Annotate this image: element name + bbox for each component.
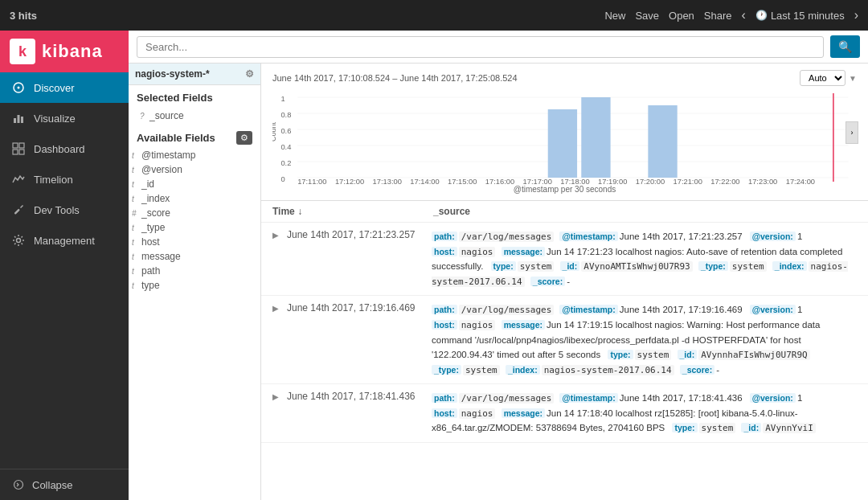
available-field-@version[interactable]: t@version [129, 162, 260, 177]
logo-area: k kibana [0, 31, 129, 72]
sidebar-item-discover[interactable]: Discover [0, 72, 129, 103]
col-source-header: _source [433, 206, 857, 217]
row-time: June 14th 2017, 17:19:16.469 [287, 302, 424, 314]
share-button[interactable]: Share [704, 10, 732, 22]
dashboard-label: Dashboard [34, 143, 85, 155]
index-pattern-name: nagios-system-* [135, 68, 210, 80]
chart-canvas: 0 0.2 0.4 0.6 0.8 1 Count [272, 89, 857, 194]
timestamp-label: @timestamp: [559, 393, 617, 403]
main-results-panel: June 14th 2017, 17:10:08.524 – June 14th… [261, 64, 868, 500]
field-name-label: path [141, 265, 160, 277]
field-type-badge: t [132, 166, 138, 174]
timelion-icon [11, 172, 26, 186]
chart-controls: Auto ▼ [800, 70, 857, 86]
histogram-chart: 0 0.2 0.4 0.6 0.8 1 Count [272, 89, 857, 186]
search-input[interactable] [137, 36, 824, 58]
new-button[interactable]: New [604, 10, 625, 22]
field-type-badge: t [132, 281, 138, 290]
row-expand-button[interactable]: ▶ [272, 392, 279, 401]
score-value: - [716, 365, 719, 375]
available-field-_type[interactable]: t_type [129, 220, 260, 235]
kibana-k: k [18, 43, 27, 60]
type2-label: _type: [432, 365, 461, 375]
table-row: ▶ June 14th 2017, 17:18:41.436 path:/var… [261, 384, 868, 443]
table-row: ▶ June 14th 2017, 17:19:16.469 path:/var… [261, 296, 868, 384]
time-prev-button[interactable]: ‹ [742, 8, 746, 23]
field-name-label: _score [141, 207, 170, 219]
sidebar-item-devtools[interactable]: Dev Tools [0, 195, 129, 225]
chart-expand-button[interactable]: › [845, 121, 858, 144]
available-field-_index[interactable]: t_index [129, 191, 260, 206]
field-name-label: host [141, 236, 160, 248]
time-range-label: Last 15 minutes [771, 10, 845, 22]
sidebar: k kibana Discover Visualize D [0, 31, 129, 500]
field-name-label: @timestamp [141, 150, 196, 161]
sidebar-item-management[interactable]: Management [0, 225, 129, 256]
interval-select[interactable]: Auto [800, 70, 845, 86]
available-field-type[interactable]: ttype [129, 278, 260, 293]
available-field-_id[interactable]: t_id [129, 177, 260, 191]
type-label: type: [491, 261, 516, 271]
message-label: message: [502, 247, 545, 256]
version-value: 1 [797, 393, 802, 403]
fields-panel: nagios-system-* ⚙ Selected Fields ? _sou… [129, 64, 261, 500]
selected-fields-title: Selected Fields [137, 92, 252, 104]
nav-spacer [0, 256, 129, 469]
available-fields-header: Available Fields ⚙ [129, 126, 260, 148]
collapse-button[interactable]: Collapse [0, 469, 129, 500]
field-name-label: type [141, 280, 160, 291]
index-settings-icon[interactable]: ⚙ [245, 68, 254, 80]
index-label: _index: [772, 261, 807, 271]
available-field-message[interactable]: tmessage [129, 249, 260, 264]
type-value: system [635, 350, 672, 360]
chart-header: June 14th 2017, 17:10:08.524 – June 14th… [272, 70, 857, 86]
svg-text:17:14:00: 17:14:00 [410, 178, 439, 186]
svg-text:17:23:00: 17:23:00 [748, 178, 777, 186]
svg-point-10 [17, 239, 21, 243]
field-name-label: _type [141, 222, 165, 233]
svg-rect-9 [14, 208, 19, 214]
svg-text:17:20:00: 17:20:00 [636, 178, 665, 186]
available-fields-settings-button[interactable]: ⚙ [236, 131, 252, 145]
save-button[interactable]: Save [635, 10, 659, 22]
sidebar-item-visualize[interactable]: Visualize [0, 103, 129, 133]
time-next-button[interactable]: › [854, 8, 858, 23]
sidebar-item-timelion[interactable]: Timelion [0, 164, 129, 195]
path-value: /var/log/messages [459, 305, 555, 315]
field-type-badge: t [132, 238, 138, 247]
row-expand-button[interactable]: ▶ [272, 304, 279, 313]
version-label: @version: [750, 232, 796, 241]
col-time-header[interactable]: Time ↓ [272, 206, 417, 217]
open-button[interactable]: Open [669, 10, 694, 22]
svg-text:0: 0 [280, 175, 285, 183]
row-expand-button[interactable]: ▶ [272, 231, 279, 240]
type-value: system [518, 261, 555, 272]
svg-rect-5 [13, 143, 18, 148]
version-value: 1 [797, 232, 802, 241]
search-bar: 🔍 [129, 31, 868, 64]
type2-value: system [463, 365, 500, 375]
svg-rect-6 [19, 143, 24, 148]
results-area: Time ↓ _source ▶ June 14th 2017, 17:21:2… [261, 201, 868, 500]
devtools-label: Dev Tools [34, 204, 80, 216]
available-field-path[interactable]: tpath [129, 264, 260, 278]
version-label: @version: [750, 393, 796, 403]
type-label: type: [608, 350, 633, 359]
svg-rect-8 [19, 150, 24, 154]
timestamp-label: @timestamp: [559, 305, 617, 314]
field-name-label: _index [141, 193, 170, 204]
host-value: nagios [459, 247, 496, 257]
field-name-label: message [141, 251, 181, 262]
available-fields-list: t@timestampt@versiont_idt_index#_scoret_… [129, 148, 260, 293]
search-button[interactable]: 🔍 [830, 35, 860, 58]
time-range-picker[interactable]: 🕐 Last 15 minutes [755, 10, 845, 22]
index-value: nagios-system-2017.06.14 [542, 365, 674, 375]
svg-text:Count: Count [272, 122, 277, 141]
selected-field-source[interactable]: ? _source [137, 109, 252, 123]
content-area: 🔍 nagios-system-* ⚙ Selected Fields ? _s… [129, 31, 868, 500]
available-field-host[interactable]: thost [129, 235, 260, 249]
available-field-_score[interactable]: #_score [129, 206, 260, 220]
sidebar-item-dashboard[interactable]: Dashboard [0, 133, 129, 164]
available-field-@timestamp[interactable]: t@timestamp [129, 148, 260, 162]
field-type-badge: t [132, 252, 138, 261]
